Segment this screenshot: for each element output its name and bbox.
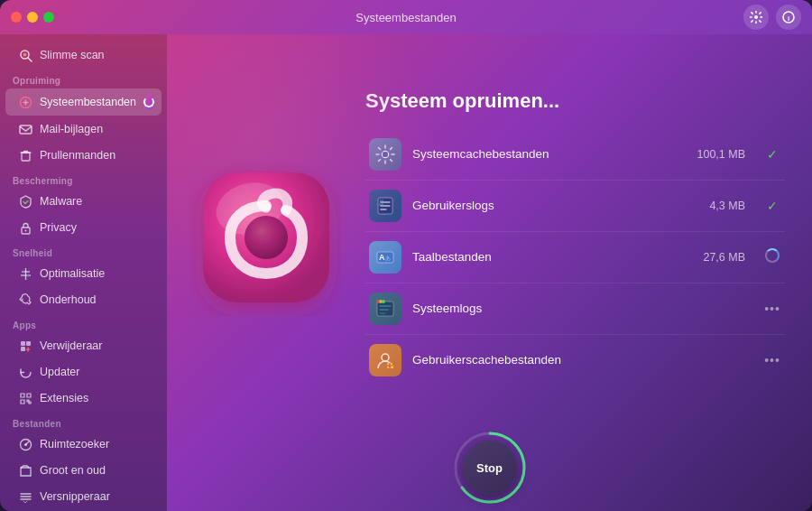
app-logo-container xyxy=(185,156,347,319)
window-title: Systeembestanden xyxy=(355,11,456,24)
sidebar-item-malware[interactable]: Malware xyxy=(5,189,161,214)
gebruikers-cache-icon xyxy=(369,344,401,376)
systeembestanden-label: Systeembestanden xyxy=(40,96,136,108)
extensies-label: Extensies xyxy=(40,392,88,404)
ruimtezoeker-icon xyxy=(18,437,32,451)
main-container: Slimme scan Opruiming Systeembestanden xyxy=(0,34,812,511)
bottom-area: Stop xyxy=(457,431,522,511)
sidebar-item-updater[interactable]: Updater xyxy=(5,359,161,385)
systeem-cache-size: 100,1 MB xyxy=(697,148,745,161)
stop-button[interactable]: Stop xyxy=(463,441,517,495)
settings-button[interactable] xyxy=(743,5,769,30)
versnipperaar-label: Versnipperaar xyxy=(40,490,110,503)
svg-point-16 xyxy=(22,270,24,273)
svg-text:A: A xyxy=(379,253,385,262)
systeem-cache-name: Systeemcachebestanden xyxy=(412,147,686,161)
scan-items-list: Systeemcachebestanden100,1 MB✓ 10 06 Geb… xyxy=(365,129,785,386)
slimme-scan-label: Slimme scan xyxy=(40,49,105,61)
systeem-cache-icon xyxy=(369,138,401,171)
scan-item-systeem-cache: Systeemcachebestanden100,1 MB✓ xyxy=(365,129,785,181)
sidebar-item-onderhoud[interactable]: Onderhoud xyxy=(5,287,161,312)
optimalisatie-icon xyxy=(18,266,32,281)
sidebar-item-optimalisatie[interactable]: Optimalisatie xyxy=(5,261,161,286)
svg-rect-19 xyxy=(26,341,31,346)
sidebar-item-ruimtezoeker[interactable]: Ruimtezoeker xyxy=(5,432,161,457)
versnipperaar-icon xyxy=(18,489,32,504)
active-spinner xyxy=(143,94,154,110)
svg-rect-8 xyxy=(22,153,30,161)
sidebar-item-versnipperaar[interactable]: Versnipperaar xyxy=(5,484,161,509)
slimme-scan-icon xyxy=(18,48,32,62)
bestanden-section-label: Bestanden xyxy=(0,412,167,431)
sidebar-item-prullenmanden[interactable]: Prullenmanden xyxy=(5,143,161,168)
scan-item-taal-bestanden: A あ Taalbestanden27,6 MB xyxy=(365,232,785,283)
svg-rect-18 xyxy=(21,341,25,346)
minimize-button[interactable] xyxy=(27,12,38,23)
right-panel: Systeem opruimen... Systeemcachebestande… xyxy=(365,89,785,386)
svg-point-50 xyxy=(382,354,389,361)
traffic-lights xyxy=(11,12,54,23)
verwijderaar-icon xyxy=(18,339,32,353)
optimalisatie-label: Optimalisatie xyxy=(40,267,105,280)
scan-item-gebruikers-cache: Gebruikerscachebestanden••• xyxy=(365,335,785,386)
taal-bestanden-icon: A あ xyxy=(369,241,401,274)
sidebar-item-mail-bijlagen[interactable]: Mail-bijlagen xyxy=(5,116,161,142)
app-logo xyxy=(185,156,347,319)
malware-icon xyxy=(18,194,32,209)
apps-section-label: Apps xyxy=(0,313,167,332)
svg-text:あ: あ xyxy=(385,256,391,262)
sidebar-item-groot-en-oud[interactable]: Groot en oud xyxy=(5,458,161,483)
app-window: Systeembestanden i xyxy=(0,0,812,511)
updater-label: Updater xyxy=(40,366,79,378)
systeem-logs-name: Systeemlogs xyxy=(412,302,734,315)
close-button[interactable] xyxy=(11,12,22,23)
svg-text:06: 06 xyxy=(379,202,383,207)
sidebar-item-systeembestanden[interactable]: Systeembestanden xyxy=(5,88,161,116)
prullenmanden-icon xyxy=(18,148,32,163)
systeem-cache-status: ✓ xyxy=(763,147,781,162)
prullenmanden-label: Prullenmanden xyxy=(40,149,115,162)
panel-title: Systeem opruimen... xyxy=(365,89,785,113)
sidebar-item-extensies[interactable]: Extensies xyxy=(5,386,161,411)
maximize-button[interactable] xyxy=(43,12,54,23)
updater-icon xyxy=(18,365,32,379)
titlebar: Systeembestanden i xyxy=(0,0,812,34)
groot-en-oud-icon xyxy=(18,463,32,478)
titlebar-right: i xyxy=(743,5,801,30)
systeem-logs-status: ••• xyxy=(763,302,781,316)
svg-point-24 xyxy=(24,443,27,446)
main-content: Systeem opruimen... Systeemcachebestande… xyxy=(167,34,812,511)
gebruikers-cache-name: Gebruikerscachebestanden xyxy=(412,353,734,367)
mail-bijlagen-label: Mail-bijlagen xyxy=(40,123,103,135)
groot-en-oud-label: Groot en oud xyxy=(40,464,106,477)
onderhoud-icon xyxy=(18,293,32,307)
scan-item-systeem-logs: Systeemlogs••• xyxy=(365,283,785,335)
ruimtezoeker-label: Ruimtezoeker xyxy=(40,438,109,451)
info-button[interactable]: i xyxy=(776,5,801,30)
gebruikers-logs-status: ✓ xyxy=(763,199,781,213)
gebruikers-logs-name: Gebruikerslogs xyxy=(412,199,698,212)
sidebar-item-verwijderaar[interactable]: Verwijderaar xyxy=(5,333,161,358)
svg-text:i: i xyxy=(788,14,789,23)
onderhoud-label: Onderhoud xyxy=(40,293,97,306)
scan-item-gebruikers-logs: 10 06 Gebruikerslogs4,3 MB✓ xyxy=(365,181,785,232)
svg-rect-33 xyxy=(383,152,388,157)
sidebar-item-slimme-scan[interactable]: Slimme scan xyxy=(5,42,161,68)
svg-point-17 xyxy=(26,274,29,276)
svg-rect-20 xyxy=(21,347,25,351)
svg-point-49 xyxy=(382,300,385,303)
svg-point-31 xyxy=(245,216,288,259)
systeem-logs-icon xyxy=(369,293,401,325)
gebruikers-logs-icon: 10 06 xyxy=(369,190,401,222)
bescherming-section-label: Bescherming xyxy=(0,169,167,188)
privacy-label: Privacy xyxy=(40,221,77,234)
sidebar-item-privacy[interactable]: Privacy xyxy=(5,215,161,240)
verwijderaar-label: Verwijderaar xyxy=(40,339,102,352)
mail-bijlagen-icon xyxy=(18,122,32,136)
svg-line-4 xyxy=(28,58,32,61)
stop-button-container: Stop xyxy=(457,435,522,500)
gebruikers-cache-status: ••• xyxy=(763,353,781,367)
svg-point-5 xyxy=(23,52,26,56)
extensies-icon xyxy=(18,391,32,405)
privacy-icon xyxy=(18,220,32,235)
